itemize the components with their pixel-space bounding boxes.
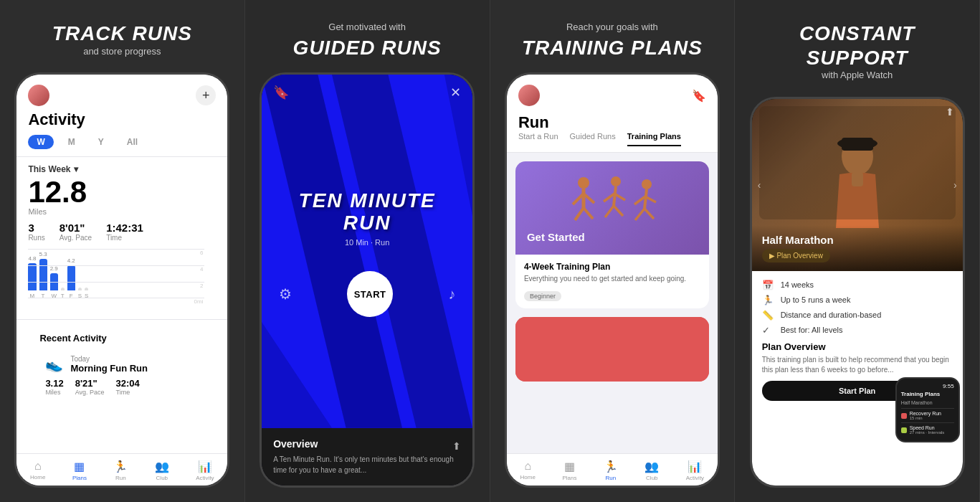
hero-prev-icon[interactable]: ‹ (758, 179, 761, 191)
svg-line-10 (584, 208, 593, 219)
start-button[interactable]: START (347, 271, 393, 317)
calendar-icon: 📅 (762, 280, 774, 290)
plan-card-2[interactable] (515, 317, 709, 382)
watch-widget-title: Training Plans (901, 391, 954, 397)
recent-stats: 3.12 Miles 8'21" Avg. Pace 32:04 Time (45, 378, 199, 396)
activity-top-row: + (28, 85, 216, 106)
svg-rect-23 (515, 317, 709, 382)
panel-training-plans: Reach your goals with TRAINING PLANS 🔖 R… (490, 0, 736, 502)
stats-row: 3 Runs 8'01" Avg. Pace 1:42:31 Time (28, 222, 216, 242)
plan-card-1[interactable]: Get Started 4-Week Training Plan Everyth… (515, 161, 709, 308)
runs-value: 3 (28, 222, 44, 234)
nav-run[interactable]: 🏃 Run (113, 460, 128, 481)
bar-tuesday: 5.3 T (39, 251, 47, 299)
recovery-info: Recovery Run 15 min (910, 411, 941, 420)
training-bottom-nav: ⌂ Home ▦ Plans 🏃 Run 👥 Club 📊 Activ (507, 453, 718, 486)
plan-overview-button[interactable]: ▶ Plan Overview (762, 249, 830, 262)
tab-start-run[interactable]: Start a Run (518, 132, 558, 146)
nav-plans-label: Plans (72, 475, 87, 481)
bar-friday: 4.2 F (67, 257, 75, 299)
plan-card-body: 4-Week Training Plan Everything you need… (515, 255, 709, 308)
training-nav-run-lbl: Run (606, 475, 617, 481)
panel4-heading: CONSTANT SUPPORT with Apple Watch (749, 22, 965, 84)
user-avatar[interactable] (28, 85, 49, 106)
speed-name: Speed Run (910, 425, 945, 430)
recent-item[interactable]: 👟 Today Morning Fun Run 3.12 Miles 8'21" (35, 348, 209, 403)
svg-line-15 (605, 206, 614, 217)
guided-title-area: TEN MINUTE RUN 10 Min · Run (285, 176, 450, 262)
runners-illustration (515, 169, 709, 226)
watch-hero: ‹ › ⬆ Half Marathon ▶ Plan Overview (752, 99, 963, 271)
music-icon[interactable]: ♪ (448, 286, 455, 303)
support-levels-text: Best for: All levels (781, 326, 843, 334)
club-icon: 👥 (155, 460, 169, 473)
period-tab-y[interactable]: Y (90, 135, 113, 149)
recent-time-val: 32:04 (116, 378, 140, 389)
nav-plans[interactable]: ▦ Plans (72, 460, 87, 481)
nav-club[interactable]: 👥 Club (155, 460, 169, 481)
ruler-icon: 📏 (762, 310, 774, 321)
recent-name: Morning Fun Run (70, 363, 148, 374)
guided-run-subtitle: 10 Min · Run (299, 238, 436, 247)
guided-run-title: TEN MINUTE RUN (299, 190, 436, 235)
svg-line-16 (614, 206, 623, 216)
phone-mockup-2: 🔖 ✕ TEN MINUTE RUN 10 Min · Run ⚙ START … (260, 72, 475, 488)
recent-activity-title: Recent Activity (28, 326, 216, 348)
nav-club-label: Club (156, 475, 168, 481)
svg-point-11 (611, 176, 621, 186)
guided-top-bar: 🔖 ✕ (262, 85, 472, 100)
panel1-sub-title: and store progress (52, 46, 192, 57)
speed-dot (901, 427, 907, 433)
period-tab-w[interactable]: W (28, 135, 53, 149)
training-body: Get Started 4-Week Training Plan Everyth… (507, 153, 718, 453)
bookmark-btn[interactable]: 🔖 (692, 89, 706, 103)
svg-line-21 (635, 209, 644, 220)
nav-activity[interactable]: 📊 Activity (196, 460, 214, 481)
svg-line-22 (644, 209, 654, 219)
time-label: Time (106, 234, 143, 242)
activity-chart: 6 4 2 0mi 4.8 M 5.3 (28, 249, 216, 313)
settings-icon[interactable]: ⚙ (279, 285, 292, 303)
close-icon[interactable]: ✕ (450, 85, 461, 100)
plan-get-started-label: Get Started (527, 231, 698, 243)
svg-line-18 (644, 189, 647, 209)
plan-name: 4-Week Training Plan (524, 262, 700, 272)
watch-run-recovery: Recovery Run 15 min (901, 408, 954, 422)
time-value: 1:42:31 (106, 222, 143, 234)
recovery-duration: 15 min (910, 416, 941, 420)
svg-point-5 (578, 177, 589, 189)
tab-training-plans[interactable]: Training Plans (627, 132, 681, 146)
training-nav-club[interactable]: 👥 Club (644, 460, 659, 481)
nav-home[interactable]: ⌂ Home (30, 460, 45, 481)
svg-line-12 (614, 186, 616, 206)
support-item-distance: 📏 Distance and duration-based (762, 310, 953, 321)
speed-duration: 27 mins · Intervals (910, 430, 945, 435)
divider (16, 319, 227, 320)
training-nav-plans[interactable]: ▦ Plans (562, 460, 576, 481)
training-nav-run[interactable]: 🏃 Run (604, 460, 618, 481)
training-nav-home[interactable]: ⌂ Home (520, 460, 536, 481)
recovery-name: Recovery Run (910, 411, 941, 416)
plan-desc: Everything you need to get started and k… (524, 274, 700, 284)
panel-track-runs: TRACK RUNS and store progress + Activity… (0, 0, 245, 502)
support-weeks-text: 14 weeks (781, 280, 814, 289)
pace-label: Avg. Pace (60, 234, 92, 242)
apple-watch-widget: 9:55 Training Plans Half Marathon Recove… (895, 377, 960, 442)
panel2-heading: Get motivated with GUIDED RUNS (293, 22, 442, 60)
guided-overview-title: Overview (273, 438, 318, 450)
training-nav-activity[interactable]: 📊 Activity (686, 460, 704, 481)
shoe-icon: 👟 (45, 356, 63, 373)
support-runs-text: Up to 5 runs a week (781, 295, 851, 304)
hero-next-icon[interactable]: › (953, 179, 957, 191)
tab-guided-runs[interactable]: Guided Runs (570, 132, 616, 146)
training-nav-club-lbl: Club (646, 475, 657, 481)
home-icon: ⌂ (34, 460, 42, 473)
bookmark-icon[interactable]: 🔖 (273, 85, 289, 100)
guided-overview: Overview ⬆ A Ten Minute Run. It's only t… (262, 428, 472, 486)
period-tab-m[interactable]: M (60, 135, 84, 149)
add-button[interactable]: + (196, 85, 216, 105)
share-icon[interactable]: ⬆ (452, 440, 461, 452)
training-avatar (518, 85, 540, 106)
upload-icon[interactable]: ⬆ (946, 106, 954, 118)
period-tab-all[interactable]: All (118, 135, 146, 149)
